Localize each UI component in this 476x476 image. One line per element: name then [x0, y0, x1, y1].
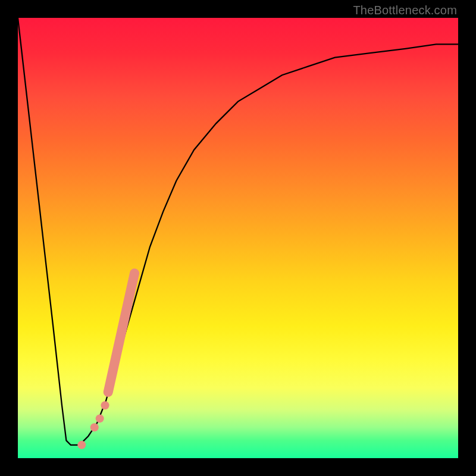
watermark-text: TheBottleneck.com [353, 4, 457, 17]
highlight-dot [90, 423, 99, 431]
highlight-segment [108, 273, 134, 392]
chart-svg [0, 0, 476, 476]
highlight-dot [77, 441, 86, 449]
highlight-dots [77, 401, 109, 449]
highlight-dot [101, 401, 109, 409]
highlight-dot [96, 414, 104, 422]
bottleneck-curve [18, 18, 458, 445]
chart-frame: TheBottleneck.com [0, 0, 476, 476]
